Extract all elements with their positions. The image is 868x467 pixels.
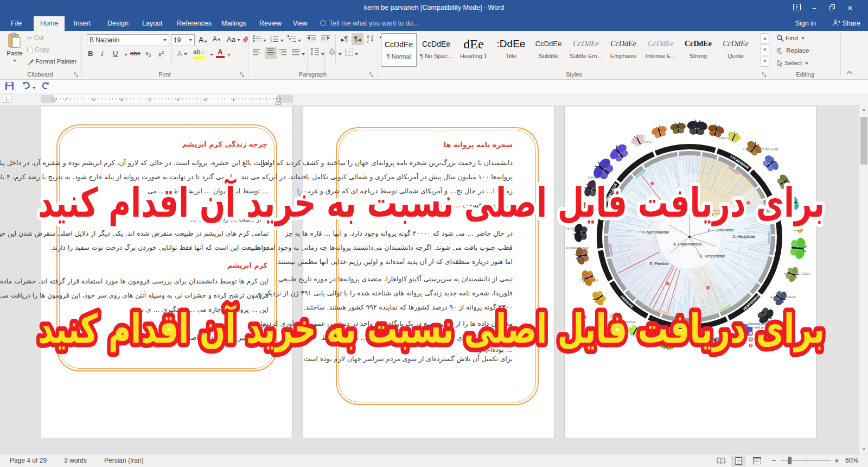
underline-button[interactable]: U [113,49,118,58]
justify-button[interactable] [292,49,305,57]
style-card-subtle-em-[interactable]: CcDdEeSubtle Em... [568,33,604,67]
style-card-heading-1[interactable]: dEeHeading 1 [456,33,492,67]
ltr-direction-button[interactable]: ▶¶ [339,33,350,45]
page-3[interactable]: RIODINIDAELYCAENIDAENYMPHALIDAEPIERIDAEH… [564,106,816,438]
superscript-button[interactable]: x2 [158,50,164,58]
subscript-button[interactable]: x2 [145,50,151,58]
scroll-down-icon[interactable]: ▼ [859,445,868,454]
style-card-title[interactable]: :DdEeTitle [493,33,529,67]
collapse-ribbon-icon[interactable] [846,69,852,75]
multilevel-list-button[interactable] [288,35,301,43]
decrease-indent-button[interactable] [307,35,316,43]
numbering-button[interactable]: 123 [270,35,284,43]
svg-text:ac: ac [778,51,783,54]
rtl-direction-button[interactable]: ¶◀ [352,33,363,45]
underline-caret[interactable] [124,54,127,56]
format-painter-button[interactable]: Format Painter [27,58,76,65]
replace-button[interactable]: abac Replace [777,47,809,54]
copy-button[interactable]: Copy [27,46,49,53]
sign-in-button[interactable]: Sign in [795,16,816,31]
web-layout-button[interactable] [750,456,764,466]
style-card--normal[interactable]: CcDdEe¶ Normal [381,33,417,67]
ribbon-display-options-icon[interactable] [790,2,804,14]
page1-para2-line: این … پروانه نر اجازه می … جفتگیری … ی س… [135,306,269,313]
minimize-button[interactable]: – [807,2,821,14]
shading-button[interactable] [328,48,342,57]
tab-mailings[interactable]: Mailings [215,16,253,31]
zoom-out-button[interactable]: − [771,456,776,465]
horizontal-ruler[interactable]: 7654321 [0,93,868,105]
clipboard-dialog-launcher-icon[interactable] [74,72,79,78]
styles-dialog-launcher-icon[interactable] [762,72,767,78]
close-button[interactable]: ✕ [843,2,857,14]
font-color-button[interactable]: A [216,48,225,58]
find-button[interactable]: Find [777,35,805,42]
style-preview: CcDdEe [381,34,416,53]
word-count[interactable]: 3 words [64,457,87,464]
page2-body-line: اما هنوز درباره منطقه‌ای که از آن پدید آ… [276,258,513,266]
tell-me-box[interactable]: Tell me what you want to do... [320,16,419,31]
font-dialog-launcher-icon[interactable] [240,72,245,78]
font-group-label: Font [82,71,247,78]
sort-button[interactable]: AZ [367,34,375,43]
tab-review[interactable]: Review [253,16,288,31]
restore-button[interactable] [825,2,839,14]
shrink-font-button[interactable]: A▼ [213,35,221,43]
redo-button[interactable] [41,81,50,92]
tab-home[interactable]: Home [34,16,65,31]
style-card-strong[interactable]: CcDdEeStrong [680,33,716,67]
save-button[interactable] [5,82,14,92]
zoom-in-button[interactable]: + [834,456,839,465]
line-spacing-button[interactable] [310,48,324,57]
italic-button[interactable]: I [101,49,103,58]
bullets-button[interactable] [253,35,266,43]
paragraph-dialog-launcher-icon[interactable] [369,72,374,78]
styles-scroll-up-icon[interactable]: ▲ [761,33,769,44]
style-card-subtitle[interactable]: CcDdEeSubtitle [531,33,566,67]
bold-button[interactable]: B [88,49,93,58]
zoom-percentage[interactable]: 60% [845,457,858,464]
select-button[interactable]: Select [777,60,808,67]
styles-scroll-down-icon[interactable]: ▼ [761,45,769,55]
tab-stop-selector[interactable]: L [3,94,11,103]
align-center-button[interactable] [265,47,277,59]
vertical-scrollbar[interactable]: ▲ ▼ [859,105,868,454]
scroll-up-icon[interactable]: ▲ [859,105,868,114]
share-button[interactable]: Share [832,16,860,31]
highlight-color-button[interactable]: ab [193,48,206,59]
style-card-emphasis[interactable]: CcDdEeEmphasis [605,33,641,67]
style-card--no-spac-[interactable]: CcDdEe¶ No Spac... [418,33,454,67]
tab-file[interactable]: File [4,16,28,31]
cut-button[interactable]: ✂ Cut [27,34,44,42]
styles-more-icon[interactable]: ▾ [761,56,769,67]
borders-button[interactable] [345,48,358,57]
undo-button[interactable] [22,81,36,92]
change-case-button[interactable]: Aa [227,35,240,43]
undo-caret[interactable] [33,87,36,89]
font-name-combo[interactable]: B Nazanin [87,34,169,46]
tab-references[interactable]: References [170,16,218,31]
scrollbar-thumb[interactable] [860,117,867,165]
print-layout-button[interactable] [731,456,745,466]
style-card-quote[interactable]: CcDdEeQuote [718,33,754,67]
tab-layout[interactable]: Layout [136,16,169,31]
page-indicator[interactable]: Page 4 of 29 [10,457,47,464]
butterfly-icon [786,194,801,212]
align-right-button[interactable] [279,49,287,57]
style-card-intense-e-[interactable]: CcDdEeIntense E... [643,33,679,67]
text-effects-button[interactable]: A [177,49,187,58]
strikethrough-button[interactable]: abe [130,50,141,56]
page-2[interactable]: شجره نامه پروانه هادانشمندان با زحمت بزر… [303,106,554,438]
grow-font-button[interactable]: A▲ [199,35,208,44]
page-1[interactable]: چرخه زندگی کرم ابریشمحالت بالغ این حشره،… [41,106,293,438]
align-left-button[interactable] [253,49,261,57]
tab-view[interactable]: View [286,16,314,31]
font-size-combo[interactable]: 19 [171,34,195,46]
zoom-slider-thumb[interactable] [788,457,792,464]
tab-design[interactable]: Design [101,16,135,31]
paste-button[interactable]: Paste [4,33,25,63]
language-indicator[interactable]: Persian (Iran) [104,457,144,464]
increase-indent-button[interactable] [321,35,330,43]
read-mode-button[interactable] [714,456,728,466]
tab-insert[interactable]: Insert [67,16,97,31]
